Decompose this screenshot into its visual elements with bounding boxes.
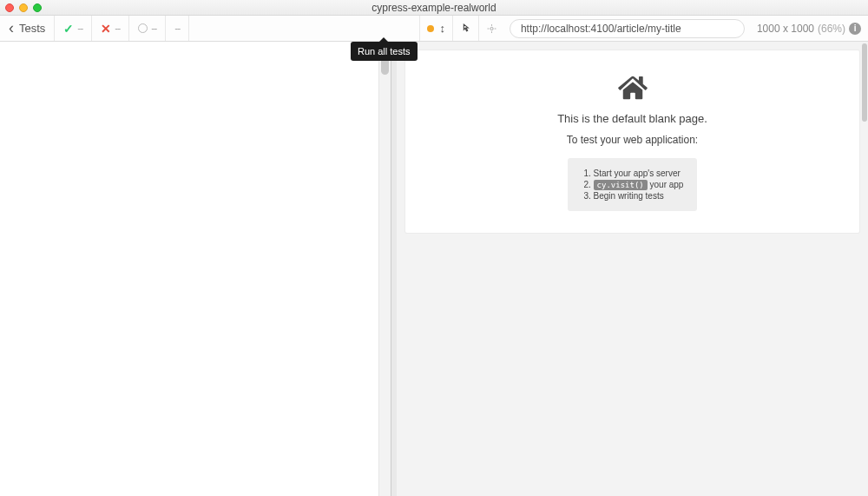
command-log-pane bbox=[0, 42, 391, 496]
minimize-window-button[interactable] bbox=[19, 3, 28, 12]
pointer-icon bbox=[460, 22, 471, 36]
duration-value: -- bbox=[174, 23, 180, 35]
step-3: Begin writing tests bbox=[594, 191, 684, 201]
steps-box: Start your app's server cy.visit() your … bbox=[568, 158, 698, 211]
check-icon: ✓ bbox=[63, 22, 74, 36]
passed-value: -- bbox=[77, 23, 82, 35]
failed-count: ✕ -- bbox=[92, 16, 129, 41]
crosshair-icon bbox=[486, 22, 497, 36]
maximize-window-button[interactable] bbox=[33, 3, 42, 12]
pending-value: -- bbox=[151, 23, 156, 35]
traffic-lights bbox=[5, 3, 42, 12]
back-label: Tests bbox=[19, 22, 45, 35]
pending-count: -- bbox=[129, 16, 166, 41]
run-all-tooltip: Run all tests bbox=[351, 42, 418, 61]
right-scrollbar-thumb[interactable] bbox=[862, 43, 867, 122]
warning-dot-icon bbox=[427, 25, 434, 32]
app-preview-pane: This is the default blank page. To test … bbox=[397, 42, 868, 496]
window-title: cypress-example-realworld bbox=[0, 2, 868, 14]
info-icon: i bbox=[849, 23, 861, 35]
right-scrollbar[interactable] bbox=[861, 42, 868, 496]
failed-value: -- bbox=[115, 23, 120, 35]
svg-point-0 bbox=[490, 27, 493, 30]
url-input[interactable] bbox=[510, 19, 745, 38]
step-2: cy.visit() your app bbox=[594, 180, 684, 189]
content-area: This is the default blank page. To test … bbox=[0, 42, 868, 496]
passed-count: ✓ -- bbox=[55, 16, 92, 41]
x-icon: ✕ bbox=[101, 22, 111, 36]
blank-page-subheading: To test your web application: bbox=[567, 134, 698, 146]
toolbar: Tests ✓ -- ✕ -- -- -- ↕ 1000 x 1000 (66%… bbox=[0, 16, 868, 42]
window-titlebar: cypress-example-realworld bbox=[0, 0, 868, 16]
close-window-button[interactable] bbox=[5, 3, 14, 12]
run-all-tests-button[interactable] bbox=[452, 16, 478, 41]
app-preview: This is the default blank page. To test … bbox=[405, 50, 859, 233]
viewport-info[interactable]: 1000 x 1000 (66%) i bbox=[750, 16, 868, 41]
home-icon bbox=[617, 75, 648, 103]
viewport-size: 1000 x 1000 bbox=[757, 23, 814, 35]
step-2-code: cy.visit() bbox=[594, 180, 648, 190]
viewport-scale: (66%) bbox=[818, 23, 845, 35]
status-indicator: ↕ bbox=[419, 16, 452, 41]
sort-icon: ↕ bbox=[439, 22, 445, 35]
chevron-left-icon bbox=[9, 19, 16, 37]
selector-playground-button[interactable] bbox=[478, 16, 504, 41]
back-to-tests-button[interactable]: Tests bbox=[0, 16, 55, 41]
step-1: Start your app's server bbox=[594, 169, 684, 178]
duration: -- bbox=[166, 16, 189, 41]
step-2-rest: your app bbox=[648, 180, 684, 189]
circle-icon bbox=[138, 23, 148, 33]
left-scrollbar[interactable] bbox=[378, 42, 391, 496]
blank-page-heading: This is the default blank page. bbox=[557, 112, 707, 125]
